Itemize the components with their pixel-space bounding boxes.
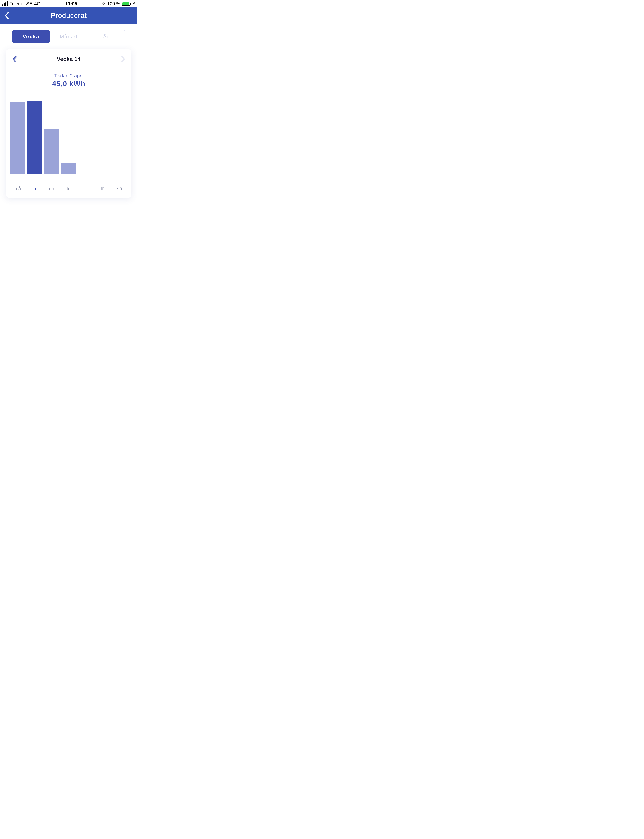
carrier-label: Telenor SE xyxy=(10,1,33,7)
next-week-button[interactable] xyxy=(120,56,126,63)
tab-week[interactable]: Vecka xyxy=(12,30,50,43)
bar-slot[interactable] xyxy=(95,100,110,173)
bar xyxy=(27,101,42,173)
selected-day-info: Tisdag 2 april 45,0 kWh xyxy=(6,69,131,90)
clock: 11:05 xyxy=(65,1,77,7)
back-button[interactable] xyxy=(3,12,10,19)
chart-area: måtiontofrlösö xyxy=(6,90,131,197)
battery-icon xyxy=(122,2,131,6)
signal-icon xyxy=(2,2,8,6)
tab-year[interactable]: År xyxy=(87,30,125,43)
status-left: Telenor SE 4G xyxy=(2,1,40,7)
title-bar: Producerat xyxy=(0,7,137,24)
x-label[interactable]: fr xyxy=(78,186,93,191)
selected-day-date: Tisdag 2 april xyxy=(6,73,131,79)
card-header: Vecka 14 xyxy=(6,49,131,69)
x-label[interactable]: lö xyxy=(95,186,110,191)
battery-percent: 100 % xyxy=(107,1,120,7)
selected-day-value: 45,0 kWh xyxy=(6,79,131,88)
x-label[interactable]: ti xyxy=(27,186,42,191)
chevron-left-icon xyxy=(12,56,16,63)
chevron-left-icon xyxy=(4,12,9,19)
x-label[interactable]: sö xyxy=(112,186,127,191)
prev-week-button[interactable] xyxy=(11,56,18,63)
page-title: Producerat xyxy=(0,12,137,20)
bar-slot[interactable] xyxy=(78,100,93,173)
bar xyxy=(44,128,59,173)
x-label[interactable]: må xyxy=(10,186,25,191)
bar xyxy=(61,163,76,173)
bar-slot[interactable] xyxy=(27,100,42,173)
chevron-right-icon xyxy=(121,56,125,63)
bar-slot[interactable] xyxy=(44,100,59,173)
bar-slot[interactable] xyxy=(61,100,76,173)
orientation-lock-icon: ⊘ xyxy=(102,1,106,7)
bar-container xyxy=(9,100,128,173)
bar-slot[interactable] xyxy=(10,100,25,173)
period-tabs: Vecka Månad År xyxy=(12,30,125,43)
bar xyxy=(10,102,25,173)
status-bar: Telenor SE 4G 11:05 ⊘ 100 % ⚡︎ xyxy=(0,0,137,7)
charging-icon: ⚡︎ xyxy=(133,2,135,6)
tab-month[interactable]: Månad xyxy=(50,30,87,43)
bar-slot[interactable] xyxy=(112,100,127,173)
x-axis-labels: måtiontofrlösö xyxy=(9,182,128,197)
x-label[interactable]: to xyxy=(61,186,76,191)
x-label[interactable]: on xyxy=(44,186,59,191)
network-label: 4G xyxy=(34,1,40,7)
week-title: Vecka 14 xyxy=(57,56,81,62)
status-right: ⊘ 100 % ⚡︎ xyxy=(102,1,135,7)
chart-card: Vecka 14 Tisdag 2 april 45,0 kWh måtiont… xyxy=(6,49,131,197)
